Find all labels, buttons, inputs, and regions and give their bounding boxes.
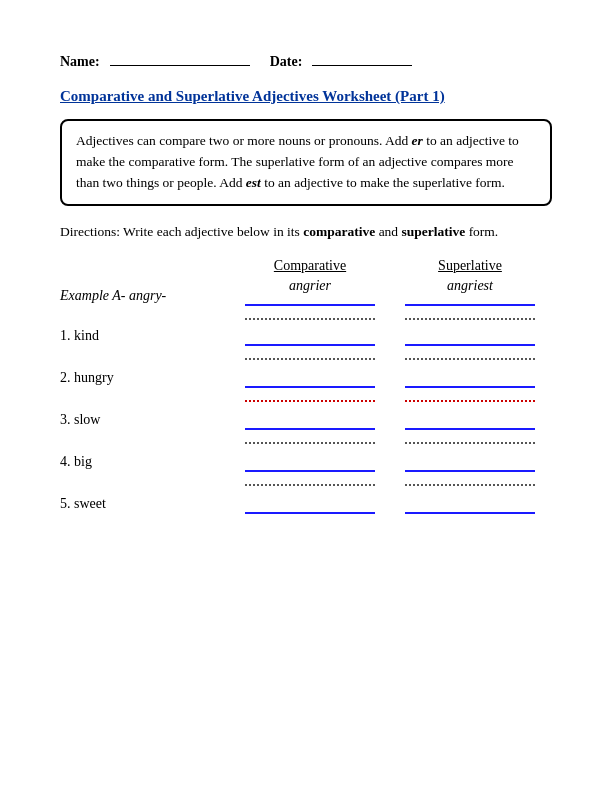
item-3-dotted-comp <box>245 434 375 444</box>
date-blank[interactable] <box>312 50 412 66</box>
example-label: Example A- angry- <box>60 288 230 306</box>
item-3-comp-area <box>230 418 390 430</box>
item-4-row: 4. big <box>60 454 552 472</box>
name-label: Name: <box>60 54 100 70</box>
item-3-block: 3. slow <box>60 412 552 444</box>
example-comparative-line[interactable] <box>245 296 375 306</box>
item-4-dotted-sup <box>405 476 535 486</box>
item-4-dotted-row <box>230 474 552 486</box>
item-4-comp-line[interactable] <box>245 462 375 472</box>
directions-text: Directions: Write each adjective below i… <box>60 224 498 239</box>
item-2-label: 2. hungry <box>60 370 230 388</box>
example-block: Example A- angry- angrier angriest <box>60 278 552 320</box>
item-3-dotted-sup <box>405 434 535 444</box>
item-2-sup-area <box>390 376 550 388</box>
example-superlative-text: angriest <box>390 278 550 294</box>
columns-header: Comparative Superlative <box>230 258 552 274</box>
comparative-header: Comparative <box>230 258 390 274</box>
date-label: Date: <box>270 54 303 70</box>
item-1-row: 1. kind <box>60 328 552 346</box>
item-3-sup-line[interactable] <box>405 420 535 430</box>
example-dotted-comp-line <box>245 310 375 320</box>
example-comparative-area: angrier <box>230 278 390 306</box>
item-3-sup-area <box>390 418 550 430</box>
example-dotted-row <box>230 308 552 320</box>
header: Name: Date: <box>60 50 552 70</box>
item-3-dotted-row <box>230 432 552 444</box>
item-1-dotted-comp <box>245 350 375 360</box>
item-5-block: 5. sweet <box>60 496 552 514</box>
item-1-comp-line[interactable] <box>245 336 375 346</box>
item-2-sup-line[interactable] <box>405 378 535 388</box>
item-3-label: 3. slow <box>60 412 230 430</box>
directions: Directions: Write each adjective below i… <box>60 222 552 242</box>
item-4-block: 4. big <box>60 454 552 486</box>
item-2-dotted-row <box>230 390 552 402</box>
item-1-comp-area <box>230 334 390 346</box>
item-5-label: 5. sweet <box>60 496 230 514</box>
example-row: Example A- angry- angrier angriest <box>60 278 552 306</box>
item-4-sup-area <box>390 460 550 472</box>
item-3-comp-line[interactable] <box>245 420 375 430</box>
superlative-header: Superlative <box>390 258 550 274</box>
item-2-dotted-sup <box>405 392 535 402</box>
item-4-comp-area <box>230 460 390 472</box>
item-1-sup-area <box>390 334 550 346</box>
item-2-row: 2. hungry <box>60 370 552 388</box>
item-4-sup-line[interactable] <box>405 462 535 472</box>
item-5-comp-line[interactable] <box>245 504 375 514</box>
item-1-block: 1. kind <box>60 328 552 360</box>
item-5-sup-area <box>390 502 550 514</box>
item-4-label: 4. big <box>60 454 230 472</box>
item-5-row: 5. sweet <box>60 496 552 514</box>
item-4-dotted-comp <box>245 476 375 486</box>
item-1-label: 1. kind <box>60 328 230 346</box>
example-comparative-text: angrier <box>230 278 390 294</box>
example-dotted-comp <box>230 308 390 320</box>
item-1-dotted-sup <box>405 350 535 360</box>
item-2-comp-line[interactable] <box>245 378 375 388</box>
worksheet-title: Comparative and Superlative Adjectives W… <box>60 88 552 105</box>
example-superlative-line[interactable] <box>405 296 535 306</box>
example-dotted-sup-line <box>405 310 535 320</box>
name-blank[interactable] <box>110 50 250 66</box>
item-1-sup-line[interactable] <box>405 336 535 346</box>
example-dotted-sup <box>390 308 550 320</box>
example-superlative-area: angriest <box>390 278 550 306</box>
item-5-comp-area <box>230 502 390 514</box>
item-2-dotted-comp <box>245 392 375 402</box>
item-5-sup-line[interactable] <box>405 504 535 514</box>
info-box: Adjectives can compare two or more nouns… <box>60 119 552 206</box>
item-2-comp-area <box>230 376 390 388</box>
item-2-block: 2. hungry <box>60 370 552 402</box>
item-3-row: 3. slow <box>60 412 552 430</box>
info-text: Adjectives can compare two or more nouns… <box>76 133 519 190</box>
item-1-dotted-row <box>230 348 552 360</box>
